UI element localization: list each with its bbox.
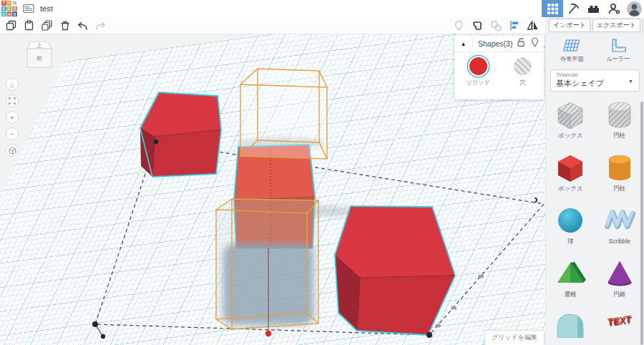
shape-cone[interactable]: 円錐 (595, 256, 644, 299)
tinkercad-logo[interactable]: T I N K E R C A D (1, 1, 17, 16)
unlock-icon[interactable] (517, 37, 525, 50)
logo-cell: A (7, 11, 12, 16)
shapes-sidebar: 作業平面 ルーラー Tinkercad 基本シェイプ ▼ (545, 34, 644, 345)
right-red-cube[interactable] (335, 206, 455, 335)
sidebar-scrollbar[interactable] (640, 102, 643, 345)
dashboard-grid-button[interactable] (542, 0, 563, 17)
logo-cell: D (12, 11, 17, 16)
shapes-panel-title: Shapes(3) (473, 39, 517, 48)
shape-box[interactable]: ボックス (546, 150, 595, 193)
hole-pattern-circle[interactable] (514, 57, 532, 75)
chevron-down-icon: ▼ (628, 79, 633, 84)
design-title[interactable]: test (40, 4, 53, 13)
clipboard-tools (0, 19, 107, 32)
shape-cylinder-hole[interactable]: 円柱 (595, 97, 644, 140)
logo-cell: C (1, 11, 6, 16)
logo-cell: T (1, 1, 6, 6)
sidebar-collapse-chevron[interactable]: › (534, 192, 538, 205)
flip-icon[interactable] (526, 19, 540, 32)
view-controls: ⌂ + − (6, 78, 19, 157)
view-cube[interactable]: 上 前 (23, 39, 56, 73)
show-all-icon[interactable] (452, 19, 465, 32)
import-button[interactable]: インポート (549, 19, 590, 32)
logo-cell: R (12, 6, 17, 11)
shape-scribble[interactable]: Scribble (595, 203, 644, 246)
zoom-in-button[interactable]: + (6, 111, 19, 124)
logo-cell: N (12, 1, 17, 6)
left-red-cube[interactable] (140, 92, 221, 177)
ruler-tool[interactable]: ルーラー (606, 39, 629, 63)
invite-person-icon[interactable] (604, 0, 624, 17)
shapes-inspector-panel: ▲ Shapes(3) ソリッド 穴 (454, 36, 544, 99)
workplane-tool[interactable]: 作業平面 (560, 39, 583, 63)
delete-icon[interactable] (58, 19, 72, 32)
zoom-out-button[interactable]: − (6, 127, 19, 140)
shape-roof[interactable]: 屋根 (546, 256, 595, 299)
undo-icon[interactable] (76, 19, 89, 32)
paste-icon[interactable] (22, 19, 36, 32)
shape-gallery: ボックス 円柱 (546, 97, 644, 339)
viewcube-front-label[interactable]: 前 (36, 55, 42, 62)
top-header: T I N K E R C A D test (0, 0, 644, 17)
io-buttons: インポート エクスポート 送信先 (545, 17, 644, 34)
perspective-toggle-button[interactable] (6, 144, 19, 157)
header-actions (542, 0, 644, 17)
main-area: 上 前 ⌂ + − ▲ Shapes(3) (0, 34, 644, 345)
tinkercad-app: T I N K E R C A D test (0, 0, 644, 345)
align-icon[interactable] (507, 19, 521, 32)
edit-grid-button[interactable]: グリッドを編集 (484, 330, 545, 345)
3d-viewport[interactable]: 上 前 ⌂ + − ▲ Shapes(3) (0, 34, 545, 345)
shape-cylinder[interactable]: 円柱 (595, 150, 644, 193)
group-icon[interactable] (470, 19, 484, 32)
shapes-panel-body: ソリッド 穴 (454, 52, 544, 87)
sidebar-tools: 作業平面 ルーラー (546, 34, 644, 66)
shape-library-dropdown[interactable]: Tinkercad 基本シェイプ ▼ (550, 69, 640, 92)
solid-color-circle[interactable] (469, 57, 487, 75)
document-properties-icon[interactable] (23, 4, 34, 14)
shape-sphere[interactable]: 球 (546, 203, 595, 246)
arrange-tools (452, 19, 545, 32)
logo-cell: E (7, 6, 12, 11)
shapes-panel-header: ▲ Shapes(3) (454, 36, 544, 52)
redo-icon[interactable] (94, 19, 107, 32)
viewcube-top-label[interactable]: 上 (36, 42, 42, 49)
lower-hole-wireframe[interactable] (216, 199, 318, 329)
minecraft-pickaxe-icon[interactable] (563, 0, 583, 17)
visibility-pin-icon[interactable] (531, 37, 539, 50)
solid-swatch[interactable]: ソリッド (467, 57, 490, 87)
upper-hole-wireframe[interactable] (240, 69, 327, 159)
shape-text[interactable]: TEXT TEXT (595, 309, 644, 339)
logo-cell: K (1, 6, 6, 11)
logo-cell: I (7, 1, 12, 6)
duplicate-icon[interactable] (40, 19, 54, 32)
edit-toolbar: インポート エクスポート 送信先 (0, 17, 644, 34)
copy-icon[interactable] (4, 19, 18, 32)
collapse-panel-icon[interactable]: ▲ (454, 36, 473, 52)
home-view-button[interactable]: ⌂ (6, 78, 19, 91)
user-avatar[interactable] (627, 1, 642, 16)
shape-box-hole[interactable]: ボックス (546, 97, 595, 140)
hole-swatch[interactable]: 穴 (514, 57, 532, 87)
fit-view-button[interactable] (6, 94, 19, 107)
export-button[interactable]: エクスポート (592, 19, 640, 32)
lego-brick-icon[interactable] (583, 0, 604, 17)
shape-round-roof[interactable] (546, 309, 595, 339)
ungroup-icon[interactable] (489, 19, 502, 32)
height-handle (265, 331, 271, 336)
